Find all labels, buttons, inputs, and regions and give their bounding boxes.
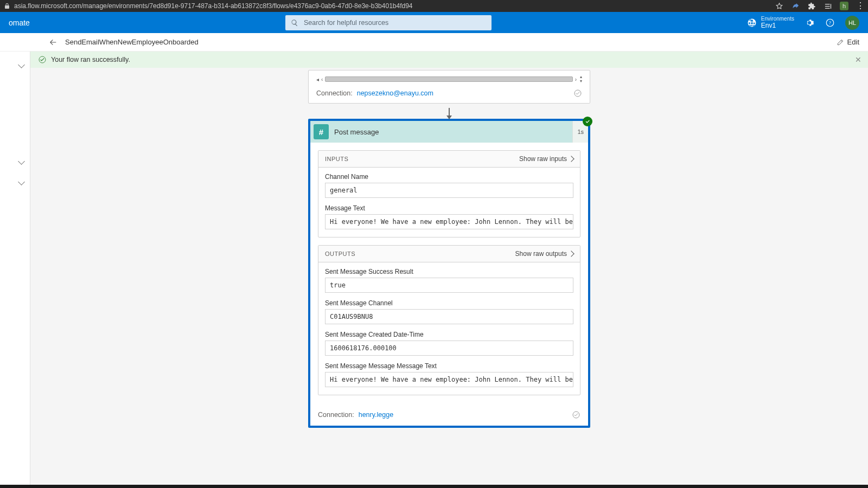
environment-picker[interactable]: Environments Env1 bbox=[747, 16, 794, 29]
gutter-collapse-3[interactable] bbox=[0, 172, 30, 192]
search-box[interactable] bbox=[285, 15, 492, 30]
field-value[interactable]: Hi everyone! We have a new employee: Joh… bbox=[325, 214, 573, 229]
help-icon[interactable]: ? bbox=[825, 17, 835, 28]
reading-list-icon[interactable] bbox=[824, 2, 832, 10]
connection-link[interactable]: henry.legge bbox=[359, 411, 393, 419]
status-success-badge bbox=[583, 117, 592, 126]
show-raw-outputs-label: Show raw outputs bbox=[515, 250, 567, 258]
gutter-collapse-1[interactable] bbox=[0, 55, 30, 75]
inputs-section: INPUTS Show raw inputs Channel Name gene… bbox=[318, 150, 580, 237]
check-circle-icon bbox=[573, 89, 582, 98]
field-label: Channel Name bbox=[325, 173, 573, 181]
field-value[interactable]: general bbox=[325, 183, 573, 198]
star-icon[interactable] bbox=[775, 2, 783, 10]
svg-point-4 bbox=[573, 412, 579, 418]
output-text: Sent Message Message Message Text Hi eve… bbox=[325, 362, 573, 387]
chevron-left-icon[interactable]: ‹ bbox=[321, 76, 323, 82]
address-bar[interactable]: asia.flow.microsoft.com/manage/environme… bbox=[14, 2, 775, 10]
step-post-message[interactable]: # Post message 1s INPUTS Show raw inputs bbox=[308, 119, 590, 428]
canvas[interactable]: Your flow ran successfully. ✕ ◂ ‹ › ▴▾ C… bbox=[30, 52, 868, 485]
outputs-label: OUTPUTS bbox=[325, 251, 355, 257]
browser-menu-icon[interactable]: ⋮ bbox=[856, 2, 865, 10]
step-connection-row: Connection: henry.legge bbox=[310, 408, 588, 426]
show-raw-inputs-label: Show raw inputs bbox=[519, 155, 567, 163]
field-value[interactable]: Hi everyone! We have a new employee: Joh… bbox=[325, 372, 573, 387]
avatar[interactable]: HL bbox=[845, 16, 859, 30]
search-icon bbox=[291, 19, 298, 27]
output-date: Sent Message Created Date-Time 160061817… bbox=[325, 331, 573, 356]
chevron-right-icon bbox=[568, 251, 574, 256]
search-wrap bbox=[30, 15, 747, 30]
field-label: Sent Message Channel bbox=[325, 299, 573, 307]
input-message-text: Message Text Hi everyone! We have a new … bbox=[325, 204, 573, 229]
connector-arrow bbox=[308, 104, 590, 119]
chevron-down-icon bbox=[19, 159, 24, 164]
app-header: omate Environments Env1 ? HL bbox=[0, 12, 868, 33]
extensions-icon[interactable] bbox=[807, 2, 816, 10]
inputs-header: INPUTS Show raw inputs bbox=[318, 151, 580, 168]
chevron-right-icon bbox=[568, 156, 574, 162]
lock-icon bbox=[3, 2, 11, 10]
spinner-icon[interactable]: ▴▾ bbox=[580, 75, 582, 84]
command-bar: SendEmailWhenNewEmployeeOnboarded Edit bbox=[0, 33, 868, 52]
gutter-collapse-2[interactable] bbox=[0, 151, 30, 172]
field-label: Message Text bbox=[325, 204, 573, 212]
check-circle-icon bbox=[38, 55, 47, 64]
field-label: Sent Message Success Result bbox=[325, 268, 573, 275]
output-success: Sent Message Success Result true bbox=[325, 268, 573, 293]
horizontal-scroll[interactable]: ◂ ‹ › ▴▾ bbox=[316, 75, 582, 84]
close-banner-button[interactable]: ✕ bbox=[855, 55, 861, 64]
success-banner: Your flow ran successfully. ✕ bbox=[30, 52, 868, 68]
connection-link[interactable]: nepsezekno@enayu.com bbox=[357, 89, 433, 97]
prev-connection-row: Connection: nepsezekno@enayu.com bbox=[316, 89, 582, 98]
chevron-down-icon bbox=[19, 62, 24, 68]
field-value[interactable]: true bbox=[325, 278, 573, 293]
step-title: Post message bbox=[334, 128, 572, 136]
edit-label: Edit bbox=[847, 38, 859, 46]
app-brand: omate bbox=[9, 18, 30, 27]
browser-actions: h ⋮ bbox=[775, 2, 865, 10]
env-name: Env1 bbox=[761, 22, 794, 29]
check-circle-icon bbox=[572, 410, 580, 419]
slack-icon: # bbox=[314, 124, 329, 139]
outputs-header: OUTPUTS Show raw outputs bbox=[318, 246, 580, 262]
left-gutter bbox=[0, 52, 30, 485]
svg-point-3 bbox=[575, 90, 581, 97]
share-icon[interactable] bbox=[791, 2, 800, 10]
extension-badge[interactable]: h bbox=[840, 2, 848, 10]
back-button[interactable] bbox=[47, 36, 60, 49]
show-raw-inputs-link[interactable]: Show raw inputs bbox=[519, 155, 573, 163]
env-label: Environments bbox=[761, 16, 794, 22]
prev-step-card: ◂ ‹ › ▴▾ Connection: nepsezekno@enayu.co… bbox=[308, 70, 590, 104]
field-value[interactable]: 1600618176.000100 bbox=[325, 341, 573, 356]
chevron-down-icon bbox=[19, 179, 24, 185]
main: Your flow ran successfully. ✕ ◂ ‹ › ▴▾ C… bbox=[0, 52, 868, 485]
step-body: INPUTS Show raw inputs Channel Name gene… bbox=[310, 143, 588, 408]
edit-button[interactable]: Edit bbox=[837, 38, 859, 46]
field-label: Sent Message Message Message Text bbox=[325, 362, 573, 370]
connection-label: Connection: bbox=[318, 411, 354, 419]
outputs-section: OUTPUTS Show raw outputs Sent Message Su… bbox=[318, 245, 580, 395]
inputs-label: INPUTS bbox=[325, 156, 348, 162]
success-message: Your flow ran successfully. bbox=[51, 56, 130, 63]
taskbar bbox=[0, 485, 868, 488]
settings-icon[interactable] bbox=[804, 17, 815, 28]
input-channel-name: Channel Name general bbox=[325, 173, 573, 198]
chevron-right-icon[interactable]: › bbox=[575, 76, 577, 82]
field-value[interactable]: C01AUS9BNU8 bbox=[325, 309, 573, 324]
search-input[interactable] bbox=[303, 18, 486, 27]
connection-label: Connection: bbox=[316, 89, 353, 97]
flow-column: ◂ ‹ › ▴▾ Connection: nepsezekno@enayu.co… bbox=[308, 70, 590, 428]
show-raw-outputs-link[interactable]: Show raw outputs bbox=[515, 250, 573, 258]
field-label: Sent Message Created Date-Time bbox=[325, 331, 573, 338]
output-channel: Sent Message Channel C01AUS9BNU8 bbox=[325, 299, 573, 324]
header-right: Environments Env1 ? HL bbox=[747, 16, 859, 30]
step-header[interactable]: # Post message 1s bbox=[310, 121, 588, 143]
environment-icon bbox=[747, 18, 757, 28]
browser-chrome: asia.flow.microsoft.com/manage/environme… bbox=[0, 0, 868, 12]
flow-title: SendEmailWhenNewEmployeeOnboarded bbox=[65, 38, 199, 46]
pencil-icon bbox=[837, 38, 844, 46]
svg-text:?: ? bbox=[829, 20, 831, 25]
caret-left-icon[interactable]: ◂ bbox=[316, 76, 319, 82]
